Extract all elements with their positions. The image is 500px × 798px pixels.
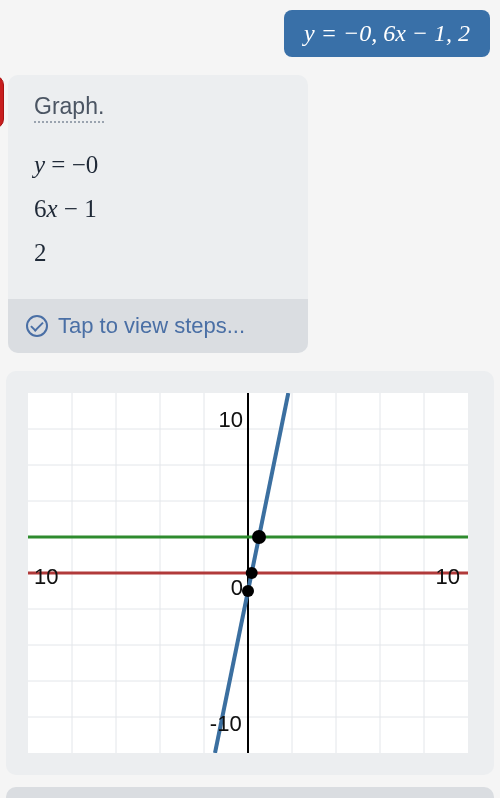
answer-title: Graph.: [34, 93, 104, 123]
graph-panel: 10 -10 10 10 0: [6, 371, 494, 775]
x-tick-right: 10: [436, 564, 460, 590]
steps-label: Tap to view steps...: [58, 313, 245, 339]
user-message-bubble: y = −0, 6x − 1, 2: [284, 10, 490, 57]
checkmark-circle-icon: [26, 315, 48, 337]
math-line-3: 2: [34, 239, 286, 267]
origin-label: 0: [231, 575, 243, 601]
answer-card: Graph. y = −0 6x − 1 2 Tap to view steps…: [8, 75, 308, 353]
math-line-2: 6x − 1: [34, 195, 286, 223]
math-line-1: y = −0: [34, 151, 286, 179]
user-message-text: y = −0, 6x − 1, 2: [304, 20, 470, 46]
plot-area[interactable]: 10 -10 10 10 0: [28, 393, 468, 753]
x-tick-left: 10: [34, 564, 58, 590]
chart-svg: [28, 393, 468, 753]
footer-band: [6, 787, 494, 798]
point-intercept: [242, 585, 254, 597]
view-steps-button[interactable]: Tap to view steps...: [8, 299, 308, 353]
point-intersection-y0: [246, 567, 258, 579]
y-tick-bottom: -10: [210, 711, 242, 737]
y-tick-top: 10: [219, 407, 243, 433]
app-logo-icon: [0, 75, 4, 129]
point-intersection-y2: [252, 530, 266, 544]
